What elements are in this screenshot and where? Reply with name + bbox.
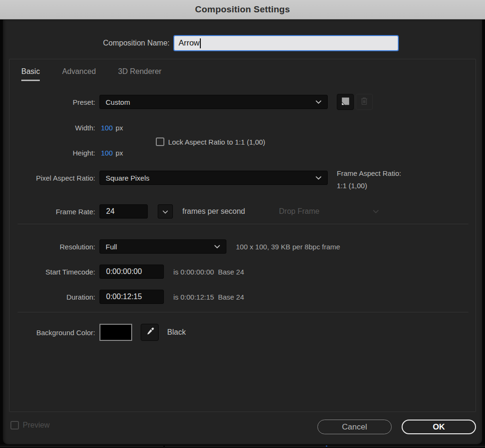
frame-aspect-info: Frame Aspect Ratio: 1:1 (1,00) xyxy=(337,167,401,192)
composition-settings-dialog: Composition Name: Arrow Basic Advanced 3… xyxy=(3,19,482,444)
start-timecode-label: Start Timecode: xyxy=(9,268,95,276)
preset-dropdown[interactable]: Custom xyxy=(99,95,328,109)
chevron-down-icon xyxy=(214,245,220,248)
resolution-label: Resolution: xyxy=(9,243,95,251)
duration-info: is 0:00:12:15 Base 24 xyxy=(173,293,244,301)
trash-icon xyxy=(359,96,369,108)
panel-edge-line xyxy=(0,446,485,447)
height-unit: px xyxy=(116,149,123,157)
composition-name-value: Arrow xyxy=(179,38,199,48)
settings-panel: Basic Advanced 3D Renderer Preset: Custo… xyxy=(9,59,476,412)
frame-rate-dropdown-button[interactable] xyxy=(158,204,173,219)
start-timecode-value: 0:00:00:00 xyxy=(106,267,142,276)
lock-aspect-row: Lock Aspect Ratio to 1:1 (1,00) xyxy=(9,137,476,146)
timeline-tick xyxy=(163,446,165,447)
ok-button[interactable]: OK xyxy=(402,420,476,434)
background-color-swatch[interactable] xyxy=(99,324,132,341)
background-color-name: Black xyxy=(167,328,186,337)
pixel-aspect-value: Square Pixels xyxy=(106,174,150,182)
preview-label: Preview xyxy=(23,421,50,430)
frame-aspect-label: Frame Aspect Ratio: xyxy=(337,167,401,180)
frame-aspect-value: 1:1 (1,00) xyxy=(337,180,401,192)
start-timecode-row: Start Timecode: 0:00:00:00 is 0:00:00:00… xyxy=(9,265,476,279)
eyedropper-icon xyxy=(145,327,155,338)
resolution-dropdown[interactable]: Full xyxy=(99,239,226,254)
composition-name-label: Composition Name: xyxy=(3,39,170,47)
tab-advanced[interactable]: Advanced xyxy=(62,67,96,81)
dialog-title: Composition Settings xyxy=(195,4,290,15)
composition-name-row: Composition Name: Arrow xyxy=(3,35,482,51)
duration-input[interactable]: 0:00:12:15 xyxy=(99,290,164,304)
width-label: Width: xyxy=(9,124,95,132)
frame-rate-label: Frame Rate: xyxy=(9,208,95,216)
app-behind-dialog xyxy=(0,444,485,448)
chevron-down-icon xyxy=(162,207,168,216)
timeline-playhead-tick xyxy=(326,446,327,447)
start-timecode-info: is 0:00:00:00 Base 24 xyxy=(173,268,244,276)
composition-name-input[interactable]: Arrow xyxy=(173,35,399,51)
divider xyxy=(18,224,468,224)
preset-value: Custom xyxy=(106,98,130,106)
resolution-info: 100 x 100, 39 KB per 8bpc frame xyxy=(236,243,340,251)
preset-label: Preset: xyxy=(9,98,95,106)
height-label: Height: xyxy=(9,149,95,157)
chevron-down-icon xyxy=(315,100,322,104)
delete-preset-button[interactable] xyxy=(356,94,373,110)
save-preset-button[interactable] xyxy=(337,94,354,110)
frame-rate-input[interactable]: 24 xyxy=(99,204,148,219)
dialog-titlebar: Composition Settings xyxy=(0,0,485,19)
height-value[interactable]: 100 xyxy=(101,149,113,157)
background-color-row: Background Color: Black xyxy=(9,324,476,341)
width-unit: px xyxy=(116,124,123,132)
eyedropper-button[interactable] xyxy=(141,324,159,341)
lock-aspect-checkbox[interactable] xyxy=(156,137,164,146)
cancel-button[interactable]: Cancel xyxy=(317,420,392,434)
tab-basic[interactable]: Basic xyxy=(21,67,40,81)
duration-row: Duration: 0:00:12:15 is 0:00:12:15 Base … xyxy=(9,290,476,304)
preset-row: Preset: Custom xyxy=(9,94,476,110)
pixel-aspect-label: Pixel Aspect Ratio: xyxy=(9,174,95,182)
preview-checkbox[interactable] xyxy=(10,421,19,430)
frame-rate-suffix: frames per second xyxy=(182,207,245,216)
frame-rate-value: 24 xyxy=(106,207,115,216)
drop-frame-label: Drop Frame xyxy=(279,207,319,216)
frame-rate-row: Frame Rate: 24 frames per second Drop Fr… xyxy=(9,204,476,219)
background-color-label: Background Color: xyxy=(9,329,95,337)
preview-toggle: Preview xyxy=(10,421,50,430)
divider xyxy=(18,312,468,312)
chevron-down-icon xyxy=(315,176,322,180)
drop-frame-dropdown: Drop Frame xyxy=(279,207,379,216)
lock-aspect-label: Lock Aspect Ratio to 1:1 (1,00) xyxy=(168,138,265,146)
width-row: Width: 100 px xyxy=(9,122,476,133)
width-value[interactable]: 100 xyxy=(101,124,113,132)
duration-label: Duration: xyxy=(9,293,95,301)
pixel-aspect-row: Pixel Aspect Ratio: Square Pixels xyxy=(9,171,476,185)
resolution-value: Full xyxy=(106,243,117,251)
chevron-down-icon xyxy=(373,210,379,213)
save-preset-icon xyxy=(340,96,351,109)
tab-bar: Basic Advanced 3D Renderer xyxy=(21,67,162,81)
tab-3d-renderer[interactable]: 3D Renderer xyxy=(118,67,162,81)
resolution-row: Resolution: Full 100 x 100, 39 KB per 8b… xyxy=(9,239,476,254)
height-row: Height: 100 px xyxy=(9,147,476,158)
pixel-aspect-dropdown[interactable]: Square Pixels xyxy=(99,171,328,185)
duration-value: 0:00:12:15 xyxy=(106,293,142,301)
text-caret xyxy=(200,38,201,48)
start-timecode-input[interactable]: 0:00:00:00 xyxy=(99,265,164,279)
